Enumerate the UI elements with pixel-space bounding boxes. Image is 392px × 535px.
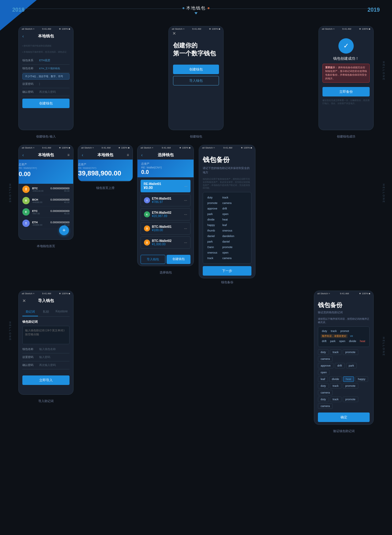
chip-drift[interactable]: drift — [335, 363, 345, 368]
coin-btc: ₿ BTC ≈¥40118.00 0.00000000000 ¥0.00 — [22, 184, 70, 195]
import-body: 助记词 私钥 Keystore 钱包助记词 钱包名称 输入钱包名称 设置密码 输… — [19, 305, 73, 387]
phone-frame-import: all Sketch ≈ 9:41 AM ★ 100% ■ ✕ 导入钱包 助记词… — [18, 291, 74, 395]
chip-park[interactable]: park — [346, 363, 357, 368]
chips-row-3: leaf divide heat happy — [318, 376, 370, 382]
create-wallet-btn[interactable]: 创建钱包 — [167, 255, 191, 264]
chip-approve[interactable]: approve — [318, 363, 334, 368]
tab-mnemonic[interactable]: 助记词 — [22, 308, 38, 316]
import-btn-2[interactable]: 导入钱包 — [173, 76, 219, 85]
label-3: 创建钱包成功 — [337, 134, 355, 139]
phone-frame-select: all Sketch ≈ 9:41 AM ★ 100% ■ ‹ 选择钱包 总资产… — [137, 145, 194, 266]
chip-track-1[interactable]: track — [330, 349, 341, 355]
chip-happy[interactable]: happy — [355, 376, 368, 382]
row3-container: all Sketch ≈ 9:41 AM ★ 100% ■ ✕ 导入钱包 助记词… — [18, 291, 374, 433]
wallet-item-eth1[interactable]: Ξ ETH-Wallet01 ¥786.97 ··· — [141, 194, 190, 206]
wallet-item-btc1[interactable]: ₿ BTC-Wallet01 ¥188.00 ··· — [141, 222, 190, 235]
confirm-row: 确认密码 再次输入密码 — [22, 88, 70, 96]
timeline-title: 本地钱包 — [186, 6, 206, 11]
hellone-1: HELLONE — [382, 61, 385, 81]
label-select: 选择钱包 — [160, 270, 172, 275]
fab-button[interactable]: + — [59, 225, 69, 235]
row2-right-group: all Sketch ≈ 9:41 AM ★ 100% ■ 钱包备份 请记下您的… — [199, 145, 255, 284]
chips-row-4: duty track promote camera — [318, 383, 370, 395]
pwd-input[interactable]: | — [39, 82, 70, 85]
chip-promote-5[interactable]: promote — [343, 397, 358, 402]
tab-private[interactable]: 私钥 — [38, 308, 54, 316]
back-btn-wh[interactable]: ‹ — [22, 153, 24, 157]
tab-keystore[interactable]: Keystore — [54, 308, 70, 316]
name-row: 钱包名称 ETH_王十珑的钱包 — [22, 65, 70, 73]
phone-frame-scroll: all Sketch ≈ 9:41 AM ★ 100% ■ ‹ 本地钱包 ≡ 总… — [78, 145, 133, 182]
backup-btn-3[interactable]: 立即备份 — [322, 87, 370, 96]
status-bar-scroll: all Sketch ≈ 9:41 AM ★ 100% ■ — [78, 145, 133, 150]
phone-body-1: • 密码用于保护私钥和交易授权 • 本地钱包不储存密码，也无法找回，请务必记 钱… — [19, 41, 73, 111]
info-line-2: • 本地钱包不储存密码，也无法找回，请务必记 — [22, 49, 70, 55]
import-submit-btn[interactable]: 立即导入 — [22, 375, 70, 385]
phone-header-import: ✕ 导入钱包 — [19, 296, 73, 305]
confirm-btn-verify[interactable]: 确定 — [318, 413, 370, 422]
hellone-5: HELLONE — [382, 337, 385, 356]
label-2: 创建钱包 — [190, 134, 202, 139]
chip-open[interactable]: open — [318, 370, 330, 375]
chips-row-5: duty track promote camera — [318, 397, 370, 409]
next-btn-backup[interactable]: 下一步 — [203, 266, 251, 276]
menu-btn-wh[interactable]: ≡ — [67, 153, 70, 157]
import-pwd-input[interactable]: 输入密码 — [39, 355, 70, 359]
wallet-item-re[interactable]: RE-Wallet01 ¥0.00 ··· — [141, 180, 190, 192]
chips-row-2: approve drift park open — [318, 363, 370, 375]
chip-track-5[interactable]: track — [330, 397, 341, 402]
chip-duty-4[interactable]: duty — [318, 383, 329, 389]
chip-duty-5[interactable]: duty — [318, 397, 329, 402]
import-confirm-label: 确认密码 — [22, 363, 39, 367]
phone-frame-2: all Sketch ≈ 9:41 AM ★ 100% ■ ✕ 创建你的第一个数… — [168, 26, 224, 130]
create-btn-1[interactable]: 创建钱包 — [22, 99, 70, 108]
back-button-1[interactable]: ‹ — [22, 34, 24, 39]
close-btn-2[interactable]: ✕ — [172, 31, 176, 36]
coin-list: ₿ BTC ≈¥40118.00 0.00000000000 ¥0.00 — [19, 184, 73, 229]
chip-promote-1[interactable]: promote — [343, 349, 358, 355]
status-bar-wh: all Sketch ≈ 9:41 AM ★ 100% ■ — [19, 145, 73, 150]
import-name-row: 钱包名称 输入钱包名称 — [22, 345, 70, 353]
status-bar-backup: all Sketch ≈ 9:41 AM ★ 100% ■ — [199, 145, 255, 150]
chip-leaf[interactable]: leaf — [318, 376, 328, 382]
backup-body: 钱包备份 请记下您的钱包助记词并保存到安全的地方 钱包助记词用于恢复钱包资产，拥… — [199, 150, 255, 278]
import-name-input[interactable]: 输入钱包名称 — [39, 347, 70, 351]
btc-icon: ₿ — [22, 186, 30, 193]
chip-promote-4[interactable]: promote — [343, 383, 358, 389]
phone-frame-verify: all Sketch ≈ 9:41 AM ★ 100% ■ 钱包备份 验证您的钱… — [314, 291, 374, 425]
etc-icon: E — [22, 208, 30, 216]
bch-icon: B — [22, 197, 30, 204]
create-btn-2[interactable]: 创建钱包 — [173, 65, 219, 74]
time-3: 9:41 AM — [342, 28, 351, 30]
chip-camera-5[interactable]: camera — [318, 403, 333, 409]
phone-header-1: ‹ 本地钱包 — [19, 31, 73, 41]
chain-label: 钱包体系 — [22, 58, 39, 62]
phone-header-scroll: ‹ 本地钱包 ≡ — [78, 150, 133, 160]
mnemonic-textarea[interactable] — [22, 326, 70, 344]
backup-title: 钱包备份 — [203, 155, 251, 164]
name-label: 钱包名称 — [22, 66, 39, 70]
title-wh: 本地钱包 — [38, 152, 54, 158]
import-confirm-row: 确认密码 再次输入密码 — [22, 361, 70, 369]
row1-phones: all Sketch ≈ 9:41 AM ★ 100% ■ ‹ 本地钱包 • 密… — [18, 26, 374, 139]
signal-2: all Sketch ≈ — [172, 28, 184, 30]
status-bar-3: all Sketch ≈ 9:41 AM ★ 100% ■ — [319, 26, 373, 31]
label-scroll: 钱包首页上滑 — [96, 186, 115, 190]
import-pwd-row: 设置密码 输入密码 — [22, 353, 70, 361]
hellone-3: HELLONE — [9, 184, 12, 203]
chip-track-4[interactable]: track — [330, 383, 341, 389]
wallet-item-eth2[interactable]: E ETH-Wallet02 ¥20,987.89 ··· — [141, 208, 190, 220]
chip-camera-4[interactable]: camera — [318, 390, 333, 395]
confirm-input[interactable]: 再次输入密码 — [39, 90, 70, 94]
chip-divide[interactable]: divide — [329, 376, 342, 382]
wallet-item-btc2[interactable]: ₿ BTC-Wallet02 ¥1,000.00 ··· — [141, 236, 190, 249]
import-wallet-btn[interactable]: 导入钱包 — [141, 255, 165, 264]
chip-heat[interactable]: heat — [343, 376, 354, 382]
info-line-1: • 密码用于保护私钥和交易授权 — [22, 43, 70, 49]
close-import[interactable]: ✕ — [22, 298, 26, 303]
import-confirm-input[interactable]: 再次输入密码 — [39, 363, 70, 367]
row2-left: all Sketch ≈ 9:41 AM ★ 100% ■ ‹ 本地钱包 ≡ 总… — [18, 145, 194, 284]
chip-camera-1[interactable]: camera — [318, 356, 333, 362]
confirm-label: 确认密码 — [22, 90, 39, 94]
chip-duty-1[interactable]: duty — [318, 349, 329, 355]
